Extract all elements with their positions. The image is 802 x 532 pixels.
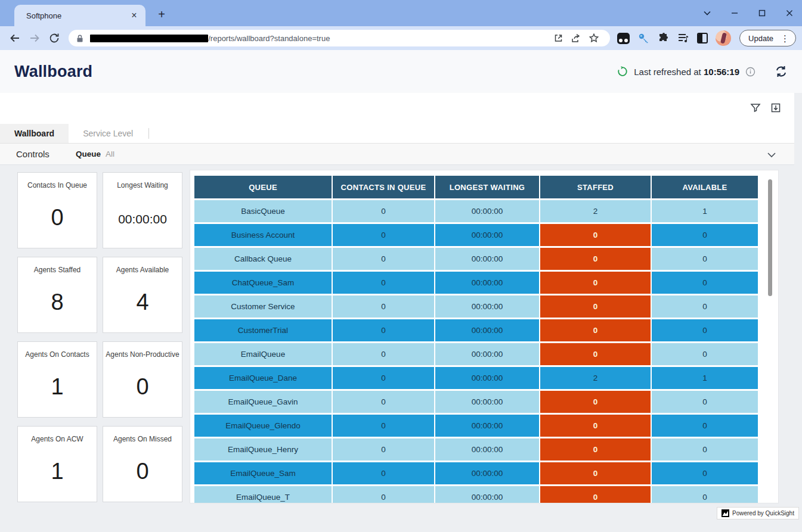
- controls-title: Controls: [16, 149, 76, 159]
- sheet-tab-service-level[interactable]: Service Level: [69, 124, 147, 143]
- browser-titlebar: Softphone × +: [0, 0, 802, 26]
- dashboard-canvas: Contacts In Queue0Longest Waiting00:00:0…: [0, 165, 802, 532]
- column-header[interactable]: AVAILABLE: [652, 176, 758, 198]
- open-in-new-icon[interactable]: [549, 30, 567, 46]
- url-bar[interactable]: /reports/wallboard?standalone=true: [69, 30, 610, 46]
- extension-key-icon[interactable]: [637, 32, 650, 45]
- cell-contacts: 0: [333, 200, 434, 222]
- kpi-card: Agents On Missed0: [103, 426, 182, 502]
- column-header[interactable]: CONTACTS IN QUEUE: [333, 176, 434, 198]
- tab-search-chevron-icon[interactable]: [701, 7, 714, 20]
- sheet-tab-wallboard[interactable]: Wallboard: [0, 124, 69, 143]
- back-button[interactable]: [6, 29, 23, 47]
- update-button[interactable]: Update ⋮: [739, 30, 796, 46]
- cell-staffed: 0: [540, 415, 651, 437]
- lock-icon[interactable]: [76, 34, 84, 43]
- extension-domino-icon[interactable]: [617, 33, 630, 44]
- chrome-menu-icon[interactable]: ⋮: [778, 34, 792, 43]
- kpi-label: Agents Staffed: [34, 266, 81, 274]
- auto-refresh-timer-icon: [617, 66, 628, 77]
- cell-contacts: 0: [333, 462, 434, 484]
- new-tab-button[interactable]: +: [154, 7, 169, 23]
- table-row[interactable]: CustomerTrial000:00:0000: [194, 319, 758, 341]
- cell-queue: CustomerTrial: [194, 319, 332, 341]
- cell-queue: EmailQueue_Gavin: [194, 391, 332, 413]
- kpi-label: Longest Waiting: [117, 181, 168, 189]
- table-row[interactable]: EmailQueue000:00:0000: [194, 343, 758, 365]
- controls-collapse-chevron-icon[interactable]: [766, 149, 778, 161]
- table-row[interactable]: EmailQueue_T000:00:0000: [194, 486, 758, 503]
- table-row[interactable]: EmailQueue_Henry000:00:0000: [194, 438, 758, 461]
- tab-close-icon[interactable]: ×: [129, 10, 140, 21]
- cell-queue: Customer Service: [194, 295, 332, 318]
- share-icon[interactable]: [567, 30, 585, 46]
- cell-staffed: 0: [540, 319, 651, 341]
- browser-tab[interactable]: Softphone ×: [14, 5, 145, 26]
- kpi-value: 4: [136, 290, 148, 315]
- cell-waiting: 00:00:00: [435, 248, 539, 270]
- extensions-puzzle-icon[interactable]: [658, 32, 670, 44]
- browser-toolbar: /reports/wallboard?standalone=true Updat…: [0, 26, 802, 50]
- tab-divider: [148, 128, 149, 139]
- table-row[interactable]: ChatQueue_Sam000:00:0000: [194, 272, 758, 294]
- profile-avatar[interactable]: [716, 30, 731, 46]
- cell-contacts: 0: [333, 224, 434, 246]
- kpi-card: Contacts In Queue0: [17, 172, 97, 248]
- cell-available: 0: [652, 272, 758, 294]
- info-icon[interactable]: [745, 67, 755, 77]
- table-row[interactable]: BasicQueue000:00:0021: [194, 200, 758, 222]
- table-scrollbar[interactable]: [768, 179, 772, 296]
- reload-button[interactable]: [45, 29, 63, 47]
- quicksight-logo-icon: [722, 509, 729, 517]
- kpi-card: Agents Available4: [103, 257, 182, 333]
- filter-icon[interactable]: [750, 102, 761, 113]
- kpi-label: Agents Non-Productive: [106, 350, 179, 359]
- kpi-value: 0: [51, 205, 63, 231]
- kpi-label: Contacts In Queue: [27, 181, 87, 189]
- controls-bar: Controls Queue All: [0, 143, 794, 165]
- cell-available: 1: [652, 367, 758, 389]
- cell-waiting: 00:00:00: [435, 391, 539, 413]
- table-row[interactable]: EmailQueue_Sam000:00:0000: [194, 462, 758, 484]
- cell-waiting: 00:00:00: [435, 438, 539, 461]
- cell-available: 0: [652, 415, 758, 437]
- table-row[interactable]: EmailQueue_Gavin000:00:0000: [194, 391, 758, 413]
- column-header[interactable]: LONGEST WAITING: [435, 176, 539, 198]
- cell-queue: BasicQueue: [194, 200, 332, 222]
- minimize-button[interactable]: [728, 7, 741, 20]
- close-window-button[interactable]: [783, 7, 796, 20]
- cell-available: 0: [652, 248, 758, 270]
- queue-filter-value[interactable]: All: [106, 150, 114, 158]
- cell-waiting: 00:00:00: [435, 272, 539, 294]
- table-row[interactable]: Callback Queue000:00:0000: [194, 248, 758, 270]
- export-icon[interactable]: [770, 102, 781, 113]
- table-row[interactable]: Customer Service000:00:0000: [194, 295, 758, 318]
- kpi-card: Longest Waiting00:00:00: [103, 172, 182, 248]
- cell-contacts: 0: [333, 343, 434, 365]
- cell-available: 1: [652, 200, 758, 222]
- extension-playlist-icon[interactable]: [677, 33, 689, 43]
- cell-waiting: 00:00:00: [435, 486, 539, 503]
- kpi-label: Agents On Contacts: [25, 350, 89, 359]
- column-header[interactable]: STAFFED: [540, 176, 651, 198]
- cell-waiting: 00:00:00: [435, 462, 539, 484]
- kpi-value: 1: [51, 459, 63, 484]
- column-header[interactable]: QUEUE: [194, 176, 332, 198]
- bookmark-star-icon[interactable]: [585, 30, 603, 46]
- forward-button[interactable]: [26, 29, 43, 47]
- refresh-button[interactable]: [775, 66, 788, 77]
- powered-by-badge[interactable]: Powered by QuickSight: [717, 507, 799, 519]
- table-row[interactable]: Business Account000:00:0000: [194, 224, 758, 246]
- cell-staffed: 0: [540, 224, 651, 246]
- table-row[interactable]: EmailQueue_Dane000:00:0021: [194, 367, 758, 389]
- kpi-label: Agents On Missed: [113, 435, 172, 443]
- cell-available: 0: [652, 319, 758, 341]
- maximize-button[interactable]: [755, 7, 769, 20]
- table-row[interactable]: EmailQueue_Glendo000:00:0000: [194, 415, 758, 437]
- extension-contrast-icon[interactable]: [697, 33, 708, 43]
- kpi-value: 0: [136, 459, 148, 484]
- cell-queue: EmailQueue_Glendo: [194, 415, 332, 437]
- cell-queue: EmailQueue: [194, 343, 332, 365]
- kpi-grid: Contacts In Queue0Longest Waiting00:00:0…: [17, 172, 182, 502]
- page-header: Wallboard Last refreshed at 10:56:19: [0, 50, 802, 93]
